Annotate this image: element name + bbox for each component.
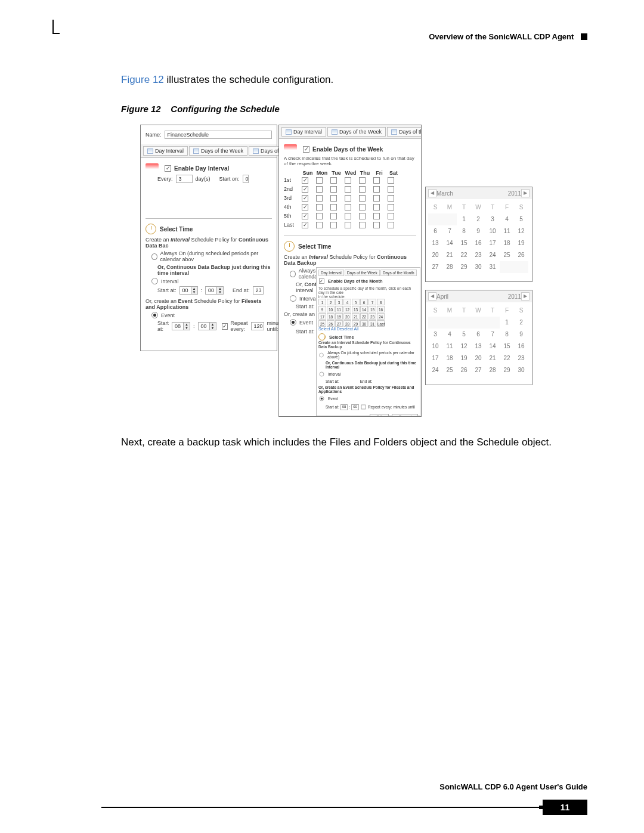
cal-day[interactable]: 11 (500, 225, 514, 237)
interval-radio[interactable] (151, 278, 158, 284)
cal-day[interactable]: 26 (457, 364, 471, 376)
week-day-checkbox[interactable] (316, 177, 323, 184)
month-day-button[interactable]: Last (377, 320, 385, 327)
week-day-checkbox[interactable] (359, 204, 366, 210)
ev-min-spinner[interactable]: 00▲▼ (198, 322, 216, 330)
week-day-checkbox[interactable] (345, 177, 351, 184)
week-day-checkbox[interactable] (316, 222, 323, 228)
week-day-checkbox[interactable] (330, 195, 337, 202)
month-day-button[interactable]: 15 (369, 306, 376, 312)
cal-day[interactable]: 7 (485, 329, 500, 340)
cal-day[interactable]: 16 (471, 237, 485, 249)
month-day-button[interactable]: 11 (335, 306, 343, 312)
cal-day[interactable]: 22 (457, 249, 471, 261)
start-on-input[interactable]: 0 (243, 175, 249, 183)
cal-day[interactable]: 27 (471, 364, 485, 376)
week-day-checkbox[interactable] (388, 186, 394, 193)
cal-day[interactable]: 2 (471, 213, 485, 225)
ev-hour-spinner[interactable]: 08▲▼ (172, 322, 190, 330)
cal-day[interactable]: 27 (428, 261, 442, 273)
month-day-button[interactable]: 5 (352, 299, 360, 305)
cal-day[interactable]: 12 (514, 225, 528, 237)
event-radio[interactable] (290, 319, 296, 326)
month-day-button[interactable]: 29 (352, 320, 360, 327)
tab-days-of-month[interactable]: Days of the Month (387, 127, 422, 137)
prev-month-button[interactable]: ◀ (428, 292, 436, 301)
month-day-button[interactable]: 16 (377, 306, 385, 312)
month-day-button[interactable]: 31 (369, 320, 376, 327)
ok-button[interactable]: OK (370, 414, 389, 417)
week-day-checkbox[interactable] (345, 186, 351, 193)
week-day-checkbox[interactable] (316, 186, 323, 193)
tab-days-of-week[interactable]: Days of the Week (189, 146, 247, 156)
cal-day[interactable]: 17 (485, 237, 500, 249)
cal-day[interactable]: 12 (457, 340, 471, 352)
every-input[interactable]: 3 (176, 175, 193, 183)
month-day-button[interactable]: 14 (360, 306, 368, 312)
week-day-checkbox[interactable] (388, 213, 394, 219)
month-day-button[interactable]: 26 (327, 320, 335, 327)
week-day-checkbox[interactable] (359, 177, 366, 184)
week-day-checkbox[interactable] (373, 177, 380, 184)
cal-day[interactable]: 25 (500, 249, 514, 261)
month-day-button[interactable]: 24 (377, 313, 385, 320)
week-day-checkbox[interactable] (302, 177, 308, 184)
tab-day-interval[interactable]: Day Interval (143, 146, 188, 156)
cal-day[interactable]: 8 (457, 225, 471, 237)
cal-day[interactable]: 29 (500, 364, 514, 376)
month-day-button[interactable]: 30 (360, 320, 368, 327)
cal-day[interactable]: 8 (500, 329, 514, 340)
week-day-checkbox[interactable] (316, 195, 323, 202)
repeat-every-checkbox[interactable] (222, 323, 228, 330)
week-day-checkbox[interactable] (330, 204, 337, 210)
cal-day[interactable]: 5 (457, 329, 471, 340)
always-on-radio[interactable] (290, 271, 296, 277)
month-day-button[interactable]: 4 (343, 299, 351, 305)
month-day-button[interactable]: 19 (335, 313, 343, 320)
down-arrow-icon[interactable]: ▼ (216, 290, 223, 294)
cal-day[interactable]: 28 (442, 261, 457, 273)
calendar-table[interactable]: SMTWTFS123456789101112131415161718192021… (426, 302, 532, 379)
mini-interval-radio[interactable] (320, 372, 324, 377)
week-day-checkbox[interactable] (359, 195, 366, 202)
cal-day[interactable]: 17 (428, 352, 442, 364)
week-day-checkbox[interactable] (345, 195, 351, 202)
cal-day[interactable]: 24 (428, 364, 442, 376)
week-day-checkbox[interactable] (388, 204, 394, 210)
mini-repeat-chk[interactable] (361, 405, 366, 410)
cal-day[interactable]: 18 (442, 352, 457, 364)
next-month-button[interactable]: ▶ (521, 189, 530, 197)
cal-day[interactable]: 14 (485, 340, 500, 352)
start-hour-spinner[interactable]: 00▲▼ (179, 286, 198, 295)
cal-day[interactable]: 2 (514, 317, 528, 329)
cal-day[interactable]: 9 (471, 225, 485, 237)
cal-day[interactable]: 13 (471, 340, 485, 352)
week-day-checkbox[interactable] (359, 222, 366, 228)
week-day-checkbox[interactable] (345, 222, 351, 228)
prev-month-button[interactable]: ◀ (428, 189, 436, 197)
mini-select-links[interactable]: Select All Deselect All (318, 327, 418, 331)
cal-day[interactable]: 3 (428, 329, 442, 340)
week-day-checkbox[interactable] (302, 222, 308, 228)
cal-day[interactable]: 19 (457, 352, 471, 364)
week-day-checkbox[interactable] (388, 195, 394, 202)
month-day-button[interactable]: 9 (318, 306, 326, 312)
enable-days-of-week-checkbox[interactable] (303, 146, 309, 153)
next-month-button[interactable]: ▶ (521, 292, 530, 301)
week-day-checkbox[interactable] (302, 195, 308, 202)
month-day-button[interactable]: 12 (343, 306, 351, 312)
month-day-button[interactable]: 3 (335, 299, 343, 305)
cal-day[interactable]: 15 (500, 340, 514, 352)
month-day-button[interactable]: 2 (327, 299, 335, 305)
week-day-checkbox[interactable] (345, 204, 351, 210)
cal-day[interactable]: 15 (457, 237, 471, 249)
month-day-button[interactable]: 17 (318, 313, 326, 320)
month-day-button[interactable]: 7 (369, 299, 376, 305)
week-day-checkbox[interactable] (373, 213, 380, 219)
mini-event-radio[interactable] (320, 397, 324, 401)
month-day-button[interactable]: 20 (343, 313, 351, 320)
month-day-button[interactable]: 1 (318, 299, 326, 305)
month-day-button[interactable]: 25 (318, 320, 326, 327)
month-day-button[interactable]: 6 (360, 299, 368, 305)
cal-day[interactable]: 5 (514, 213, 528, 225)
